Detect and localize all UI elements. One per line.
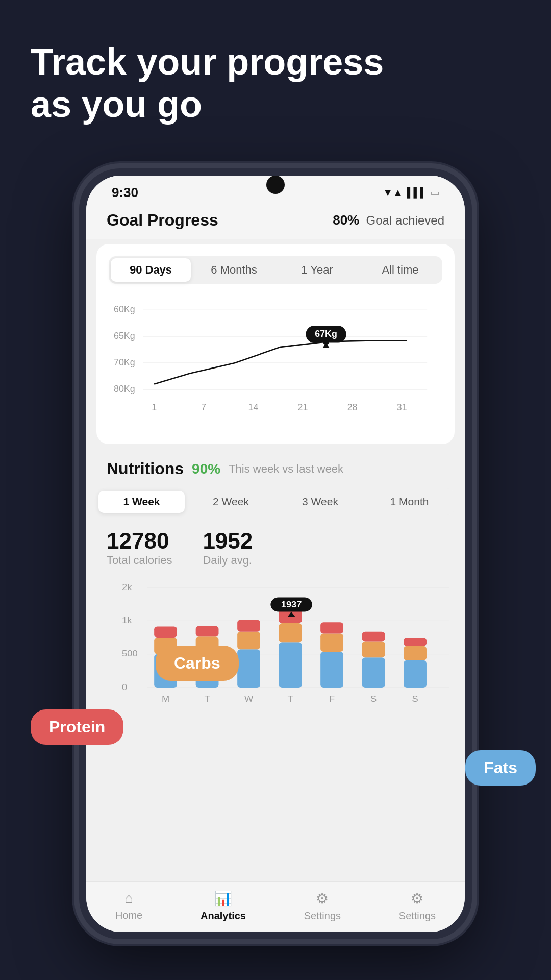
svg-text:0: 0 [122,682,127,692]
phone-screen: 9:30 ▼▲ ▌▌▌ ▭ Goal Progress 80% Goal ach… [86,176,465,932]
svg-text:60Kg: 60Kg [114,304,135,314]
svg-text:W: W [244,694,254,704]
goal-progress: 80% Goal achieved [333,212,444,228]
svg-rect-41 [320,652,343,688]
settings-icon: ⚙ [316,890,329,907]
tab-3week[interactable]: 3 Week [277,491,363,513]
svg-rect-45 [362,641,385,657]
nav-home-label: Home [115,910,142,921]
svg-rect-28 [154,627,177,638]
svg-rect-31 [196,626,219,637]
svg-rect-48 [404,646,427,660]
carbs-label: Carbs [156,646,239,681]
svg-text:2k: 2k [122,582,132,592]
svg-rect-44 [362,657,385,688]
svg-rect-32 [237,649,260,688]
svg-text:T: T [287,694,293,704]
svg-text:67Kg: 67Kg [315,328,337,339]
battery-icon: ▭ [431,187,439,199]
weight-card: 90 Days 6 Months 1 Year All time 60Kg [96,244,455,444]
goal-pct: 80% [333,212,359,228]
svg-text:70Kg: 70Kg [114,357,135,368]
svg-rect-42 [320,634,343,652]
goal-label: Goal achieved [366,213,444,227]
home-icon: ⌂ [124,890,133,906]
period-tabs: 90 Days 6 Months 1 Year All time [109,256,442,284]
svg-rect-37 [279,610,302,623]
protein-label: Protein [31,709,123,745]
camera-notch [266,176,285,194]
nutrition-subtitle: This week vs last week [229,462,343,476]
settings2-icon: ⚙ [411,890,423,907]
nav-settings-label: Settings [304,910,341,922]
headline-text: Track your progress as you go [31,41,384,126]
daily-avg-label: Daily avg. [203,554,253,567]
nutrition-header: Nutritions 90% This week vs last week [86,449,465,483]
svg-text:S: S [412,694,418,704]
status-icons: ▼▲ ▌▌▌ ▭ [383,187,439,199]
svg-text:500: 500 [122,649,138,658]
stats-row: 12780 Total calories 1952 Daily avg. [86,520,465,575]
svg-text:S: S [370,694,377,704]
svg-text:1: 1 [152,402,157,412]
analytics-icon: 📊 [214,890,232,907]
total-calories-label: Total calories [107,554,172,567]
svg-rect-43 [320,622,343,633]
svg-rect-47 [404,660,427,688]
tab-1month[interactable]: 1 Month [366,491,453,513]
nutrition-pct: 90% [192,461,220,477]
svg-rect-35 [279,642,302,688]
app-title: Goal Progress [107,211,218,230]
svg-text:65Kg: 65Kg [114,330,135,341]
svg-rect-49 [404,638,427,646]
tab-alltime[interactable]: All time [360,258,440,282]
svg-rect-46 [362,632,385,642]
svg-text:7: 7 [201,402,206,412]
status-time: 9:30 [112,185,138,201]
nutrition-tabs: 1 Week 2 Week 3 Week 1 Month [96,488,455,515]
tab-1year[interactable]: 1 Year [277,258,357,282]
fats-label: Fats [465,750,536,786]
screen-content: 90 Days 6 Months 1 Year All time 60Kg [86,239,465,881]
nav-analytics[interactable]: 📊 Analytics [201,890,246,922]
svg-text:21: 21 [298,402,308,412]
svg-rect-36 [279,623,302,642]
nav-settings2-label: Settings [399,910,436,922]
svg-text:1k: 1k [122,616,132,625]
svg-text:80Kg: 80Kg [114,383,135,394]
phone-frame: 9:30 ▼▲ ▌▌▌ ▭ Goal Progress 80% Goal ach… [79,168,472,939]
svg-text:31: 31 [397,402,407,412]
app-header: Goal Progress 80% Goal achieved [86,204,465,239]
wifi-icon: ▼▲ [383,187,403,199]
svg-text:14: 14 [248,402,258,412]
tab-90days[interactable]: 90 Days [111,258,191,282]
svg-marker-11 [322,343,330,348]
svg-text:28: 28 [347,402,358,412]
tab-1week[interactable]: 1 Week [98,491,185,513]
svg-rect-33 [237,632,260,650]
nav-settings[interactable]: ⚙ Settings [304,890,341,922]
daily-avg-stat: 1952 Daily avg. [203,528,253,567]
nutrition-bar-chart: 2k 1k 500 0 [86,575,465,749]
nav-settings2[interactable]: ⚙ Settings [399,890,436,922]
signal-icon: ▌▌▌ [407,187,427,198]
total-calories-val: 12780 [107,528,172,554]
tab-6months[interactable]: 6 Months [194,258,274,282]
weight-chart: 60Kg 65Kg 70Kg 80Kg 67Kg 1 [114,294,437,432]
nav-home[interactable]: ⌂ Home [115,890,142,922]
nutrition-title: Nutritions [107,459,184,478]
bottom-nav: ⌂ Home 📊 Analytics ⚙ Settings ⚙ Settings [86,881,465,932]
svg-text:1937: 1937 [281,600,302,609]
tab-2week[interactable]: 2 Week [188,491,274,513]
svg-rect-34 [237,620,260,631]
total-calories-stat: 12780 Total calories [107,528,172,567]
daily-avg-val: 1952 [203,528,253,554]
nav-analytics-label: Analytics [201,910,246,922]
svg-text:M: M [162,694,169,704]
svg-text:F: F [329,694,335,704]
svg-text:T: T [204,694,210,704]
